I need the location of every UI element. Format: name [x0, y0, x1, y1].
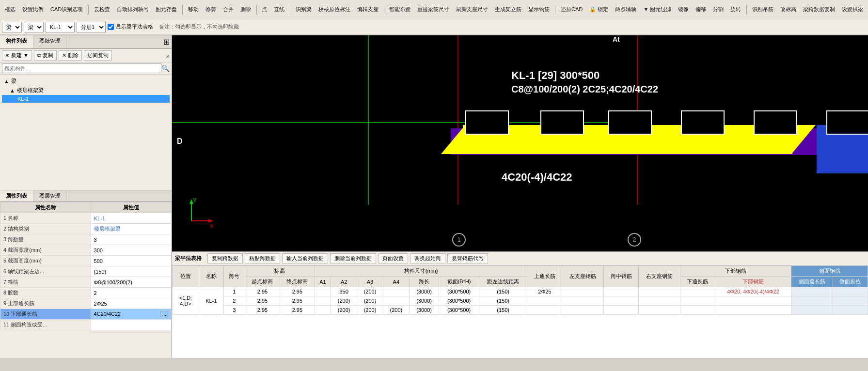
cell-right-support-2[interactable]: [639, 296, 680, 306]
cell-a3-3: (200): [357, 306, 383, 315]
btn-modify-elevation[interactable]: 改标高: [777, 5, 799, 14]
cell-end-h-1[interactable]: 2.95: [280, 287, 315, 296]
cell-upper-long-1[interactable]: 2Φ25: [527, 287, 562, 296]
btn-lock[interactable]: 🔒 锁定: [586, 5, 611, 14]
tree-node-kl1[interactable]: KL-1: [2, 95, 170, 103]
cell-a1-2: [315, 296, 331, 306]
cell-left-support-3[interactable]: [562, 306, 604, 315]
prop-val-10[interactable]: 4C20/4C22 ...: [91, 309, 171, 320]
btn-repick-rebar[interactable]: 重提梁筋尺寸: [414, 5, 452, 14]
cell-end-h-3[interactable]: 2.95: [280, 306, 315, 315]
cell-start-h-2[interactable]: 2.95: [245, 296, 280, 306]
show-table-checkbox[interactable]: 显示梁平法表格: [108, 23, 153, 31]
cell-lower-steel-2[interactable]: [715, 296, 791, 306]
cell-end-h-2[interactable]: 2.95: [280, 296, 315, 306]
prop-val-5: 500: [91, 256, 171, 266]
cell-start-h-1[interactable]: 2.95: [245, 287, 280, 296]
btn-gen-frame-rebar[interactable]: 生成架立筋: [492, 5, 524, 14]
btn-cad-identify[interactable]: CAD识别选项: [47, 5, 86, 14]
btn-merge[interactable]: 合并: [220, 5, 237, 14]
btn-delete-component[interactable]: ✕ 删除: [59, 50, 82, 61]
btn-refresh-support[interactable]: 刷新支座尺寸: [453, 5, 491, 14]
beam-type-select2[interactable]: 梁: [24, 22, 44, 32]
btn-copy-component[interactable]: ⧉ 复制: [34, 50, 57, 61]
beam-layer-select[interactable]: 分层1: [77, 22, 106, 32]
btn-set-scale[interactable]: 设置比例: [19, 5, 47, 14]
tree-node-floor-frame-beam[interactable]: ▲ 楼层框架梁: [2, 86, 170, 95]
resize-icon[interactable]: ⊞: [161, 35, 172, 48]
cell-left-support-2[interactable]: [562, 296, 604, 306]
btn-page-setup[interactable]: 页面设置: [378, 253, 408, 263]
cell-lower-steel-1[interactable]: 4Φ20, 4Φ20(-4)/4Φ22: [715, 287, 791, 296]
cell-lower-long-2[interactable]: [680, 296, 715, 306]
cell-side-pos-3[interactable]: [833, 306, 868, 315]
btn-identify-beam[interactable]: 识别梁: [293, 5, 315, 14]
search-input[interactable]: [2, 63, 161, 73]
beam-type-select1[interactable]: 梁: [2, 22, 22, 32]
btn-set-arch-beam[interactable]: 设置拱梁: [839, 5, 866, 14]
btn-mirror[interactable]: 镜像: [675, 5, 692, 14]
btn-line[interactable]: 直线: [271, 5, 287, 14]
btn-input-col-data[interactable]: 输入当前列数据: [282, 253, 328, 263]
cell-mid-steel-1[interactable]: [604, 287, 639, 296]
tab-drawing-mgmt[interactable]: 图纸管理: [33, 35, 67, 48]
left-panel: 构件列表 图纸管理 ⊞ ⊕ 新建 ▼ ⧉ 复制 ✕ 删除 层间复制 » 🔍 ▲: [0, 35, 172, 358]
cell-lower-long-1[interactable]: [680, 287, 715, 296]
btn-kuangxuan[interactable]: 框选: [2, 5, 18, 14]
cell-right-support-1[interactable]: [639, 287, 680, 296]
prop-val-1[interactable]: KL-1: [91, 213, 171, 224]
show-table-check[interactable]: [108, 24, 114, 30]
btn-new-component[interactable]: ⊕ 新建 ▼: [2, 50, 32, 61]
cell-left-support-1[interactable]: [562, 287, 604, 296]
btn-trim[interactable]: 修剪: [203, 5, 219, 14]
prop-edit-btn-10[interactable]: ...: [160, 311, 168, 317]
cell-mid-steel-3[interactable]: [604, 306, 639, 315]
btn-point[interactable]: 点: [259, 5, 270, 14]
search-icon[interactable]: 🔍: [161, 64, 170, 72]
btn-cloud-check[interactable]: 云检查: [91, 5, 113, 14]
beam-table-content[interactable]: 位置 名称 跨号 标高 构件尺寸(mm) 上通长筋 左支座钢筋 跨中钢筋 右支座…: [172, 265, 868, 358]
btn-identify-hanger[interactable]: 识别吊筋: [749, 5, 776, 14]
btn-split[interactable]: 分割: [710, 5, 726, 14]
btn-save-element[interactable]: 图元存盘: [153, 5, 180, 14]
btn-paste-span-data[interactable]: 粘贴跨数据: [245, 253, 280, 263]
tab-layer-mgmt[interactable]: 图层管理: [33, 190, 67, 201]
btn-auto-arrange[interactable]: 自动排列轴号: [114, 5, 152, 14]
btn-cantilever-rebar-code[interactable]: 悬臂钢筋代号: [447, 253, 488, 263]
btn-show-hook[interactable]: 显示钩筋: [525, 5, 552, 14]
btn-inter-layer-copy[interactable]: 层间复制: [84, 50, 112, 61]
cell-lower-steel-3[interactable]: [715, 306, 791, 315]
cell-side-long-2[interactable]: [791, 296, 833, 306]
btn-filter[interactable]: ▼ 图元过滤: [640, 5, 674, 14]
expand-icon[interactable]: »: [166, 52, 170, 60]
btn-smart-layout[interactable]: 智能布置: [386, 5, 413, 14]
tab-props-list[interactable]: 属性列表: [0, 190, 33, 201]
btn-copy-span-data[interactable]: 复制跨数据: [207, 253, 243, 263]
cell-side-long-3[interactable]: [791, 306, 833, 315]
cell-side-long-1[interactable]: [791, 287, 833, 296]
btn-move[interactable]: 移动: [185, 5, 202, 14]
cell-side-pos-2[interactable]: [833, 296, 868, 306]
cell-mid-steel-2[interactable]: [604, 296, 639, 306]
btn-two-point-axis[interactable]: 两点辅轴: [612, 5, 639, 14]
prop-val-2[interactable]: 楼层框架梁: [91, 224, 171, 234]
cell-upper-long-2[interactable]: [527, 296, 562, 306]
btn-copy-span-data[interactable]: 梁跨数据复制: [800, 5, 838, 14]
btn-rotate[interactable]: 旋转: [727, 5, 744, 14]
btn-swap-start-span[interactable]: 调换起始跨: [410, 253, 445, 263]
cad-viewport[interactable]: KL-1 [29] 300*500 C8@100/200(2) 2C25;4C2…: [172, 35, 868, 251]
btn-offset[interactable]: 偏移: [693, 5, 709, 14]
btn-verify-origin[interactable]: 校核原位标注: [316, 5, 353, 14]
btn-delete-col-data[interactable]: 删除当前列数据: [330, 253, 376, 263]
cell-upper-long-3[interactable]: [527, 306, 562, 315]
btn-edit-support[interactable]: 编辑支座: [354, 5, 381, 14]
btn-restore-cad[interactable]: 还原CAD: [558, 5, 585, 14]
cell-right-support-3[interactable]: [639, 306, 680, 315]
cell-side-pos-1[interactable]: [833, 287, 868, 296]
cell-start-h-3[interactable]: 2.95: [245, 306, 280, 315]
tab-component-list[interactable]: 构件列表: [0, 35, 33, 48]
btn-delete[interactable]: 删除: [237, 5, 254, 14]
beam-id-select[interactable]: KL-1: [46, 22, 75, 32]
cell-lower-long-3[interactable]: [680, 306, 715, 315]
tree-node-beam[interactable]: ▲ 梁: [2, 77, 170, 86]
